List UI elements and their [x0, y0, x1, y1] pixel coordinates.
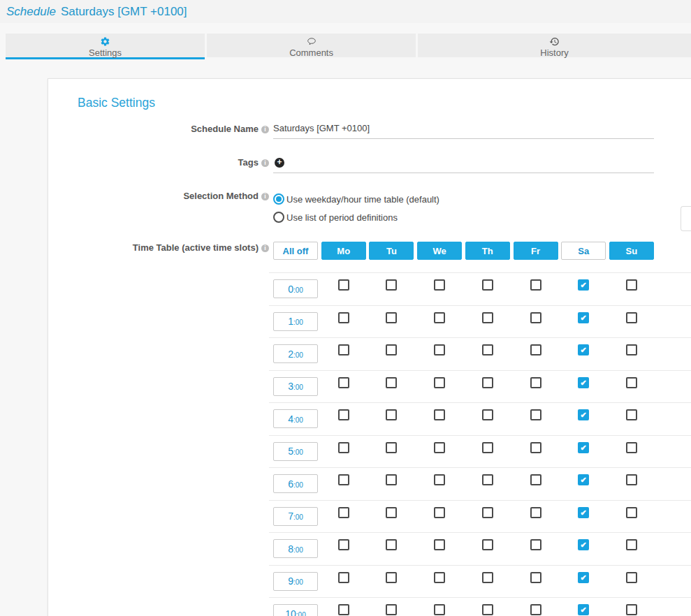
checkbox-sa-100[interactable]: ✔ — [578, 312, 589, 323]
checkbox-su-1000[interactable] — [626, 604, 637, 615]
hour-button-100[interactable]: 1:00 — [273, 312, 318, 331]
checkbox-tu-100[interactable] — [386, 312, 397, 323]
checkbox-fr-500[interactable] — [530, 442, 541, 453]
checkbox-we-1000[interactable] — [434, 604, 445, 615]
checkbox-th-1000[interactable] — [482, 604, 493, 615]
day-button-tu[interactable]: Tu — [369, 242, 414, 260]
checkbox-su-100[interactable] — [626, 312, 637, 323]
checkbox-su-500[interactable] — [626, 442, 637, 453]
hour-button-600[interactable]: 6:00 — [273, 474, 318, 493]
checkbox-th-400[interactable] — [482, 409, 493, 420]
checkbox-fr-300[interactable] — [530, 377, 541, 388]
checkbox-we-300[interactable] — [434, 377, 445, 388]
checkbox-sa-000[interactable]: ✔ — [578, 279, 589, 291]
checkbox-sa-600[interactable]: ✔ — [578, 474, 589, 485]
day-button-th[interactable]: Th — [465, 242, 510, 260]
checkbox-sa-900[interactable]: ✔ — [578, 572, 589, 583]
checkbox-tu-200[interactable] — [386, 344, 397, 355]
checkbox-fr-000[interactable] — [530, 279, 541, 291]
checkbox-we-600[interactable] — [434, 474, 445, 485]
radio-button-timetable[interactable] — [273, 193, 284, 205]
checkbox-sa-1000[interactable]: ✔ — [578, 604, 589, 615]
checkbox-su-400[interactable] — [626, 409, 637, 420]
checkbox-mo-200[interactable] — [338, 344, 349, 355]
day-button-su[interactable]: Su — [609, 242, 654, 260]
day-button-fr[interactable]: Fr — [514, 242, 558, 260]
checkbox-fr-400[interactable] — [530, 409, 541, 420]
checkbox-th-500[interactable] — [482, 442, 493, 453]
checkbox-tu-700[interactable] — [386, 507, 397, 518]
checkbox-mo-100[interactable] — [338, 312, 349, 323]
checkbox-mo-1000[interactable] — [338, 604, 349, 615]
checkbox-th-700[interactable] — [482, 507, 493, 518]
checkbox-fr-900[interactable] — [530, 572, 541, 583]
checkbox-th-800[interactable] — [482, 539, 493, 550]
tab-comments[interactable]: Comments — [207, 34, 416, 59]
checkbox-mo-600[interactable] — [338, 474, 349, 485]
checkbox-mo-300[interactable] — [338, 377, 349, 388]
checkbox-sa-700[interactable]: ✔ — [578, 507, 589, 518]
checkbox-sa-800[interactable]: ✔ — [578, 539, 589, 550]
tab-history[interactable]: History — [418, 34, 691, 59]
checkbox-su-800[interactable] — [626, 539, 637, 550]
hour-button-400[interactable]: 4:00 — [273, 409, 318, 428]
add-tag-icon[interactable]: + — [275, 158, 284, 168]
checkbox-th-000[interactable] — [482, 279, 493, 291]
checkbox-tu-000[interactable] — [386, 279, 397, 291]
checkbox-mo-000[interactable] — [338, 279, 349, 291]
checkbox-su-600[interactable] — [626, 474, 637, 485]
checkbox-th-200[interactable] — [482, 344, 493, 355]
checkbox-th-600[interactable] — [482, 474, 493, 485]
info-icon[interactable]: i — [261, 126, 269, 133]
day-button-sa[interactable]: Sa — [561, 242, 606, 260]
tab-settings[interactable]: Settings — [6, 34, 205, 59]
hour-button-200[interactable]: 2:00 — [273, 344, 318, 363]
checkbox-fr-200[interactable] — [530, 344, 541, 355]
day-button-we[interactable]: We — [417, 242, 462, 260]
checkbox-th-300[interactable] — [482, 377, 493, 388]
checkbox-we-000[interactable] — [434, 279, 445, 291]
hour-button-500[interactable]: 5:00 — [273, 442, 318, 461]
checkbox-tu-300[interactable] — [386, 377, 397, 388]
checkbox-fr-1000[interactable] — [530, 604, 541, 615]
checkbox-tu-500[interactable] — [386, 442, 397, 453]
checkbox-tu-900[interactable] — [386, 572, 397, 583]
day-button-mo[interactable]: Mo — [321, 242, 366, 260]
checkbox-we-500[interactable] — [434, 442, 445, 453]
checkbox-fr-700[interactable] — [530, 507, 541, 518]
checkbox-su-700[interactable] — [626, 507, 637, 518]
info-icon[interactable]: i — [261, 244, 269, 252]
checkbox-mo-700[interactable] — [338, 507, 349, 518]
hour-button-000[interactable]: 0:00 — [273, 279, 318, 298]
checkbox-we-400[interactable] — [434, 409, 445, 420]
checkbox-we-200[interactable] — [434, 344, 445, 355]
hour-button-300[interactable]: 3:00 — [273, 377, 318, 396]
checkbox-su-000[interactable] — [626, 279, 637, 291]
checkbox-su-900[interactable] — [626, 572, 637, 583]
hour-button-1000[interactable]: 10:00 — [273, 604, 318, 616]
schedule-name-input[interactable]: Saturdays [GMT +0100] — [273, 123, 654, 139]
radio-button-periods[interactable] — [273, 212, 284, 223]
side-panel-handle[interactable] — [681, 206, 691, 231]
radio-label-timetable[interactable]: Use weekday/hour time table (default) — [286, 194, 439, 205]
radio-label-periods[interactable]: Use list of period definitions — [286, 212, 398, 223]
checkbox-mo-800[interactable] — [338, 539, 349, 550]
hour-button-700[interactable]: 7:00 — [273, 507, 318, 526]
checkbox-tu-600[interactable] — [386, 474, 397, 485]
day-button-all-off[interactable]: All off — [273, 242, 318, 260]
checkbox-sa-300[interactable]: ✔ — [578, 377, 589, 388]
checkbox-sa-200[interactable]: ✔ — [578, 344, 589, 355]
checkbox-we-700[interactable] — [434, 507, 445, 518]
checkbox-su-200[interactable] — [626, 344, 637, 355]
tags-input[interactable]: + — [273, 156, 654, 173]
checkbox-mo-500[interactable] — [338, 442, 349, 453]
checkbox-fr-600[interactable] — [530, 474, 541, 485]
checkbox-tu-1000[interactable] — [386, 604, 397, 615]
checkbox-mo-900[interactable] — [338, 572, 349, 583]
info-icon[interactable]: i — [261, 193, 269, 200]
checkbox-we-900[interactable] — [434, 572, 445, 583]
checkbox-tu-400[interactable] — [386, 409, 397, 420]
info-icon[interactable]: i — [261, 159, 269, 167]
checkbox-we-100[interactable] — [434, 312, 445, 323]
checkbox-fr-100[interactable] — [530, 312, 541, 323]
